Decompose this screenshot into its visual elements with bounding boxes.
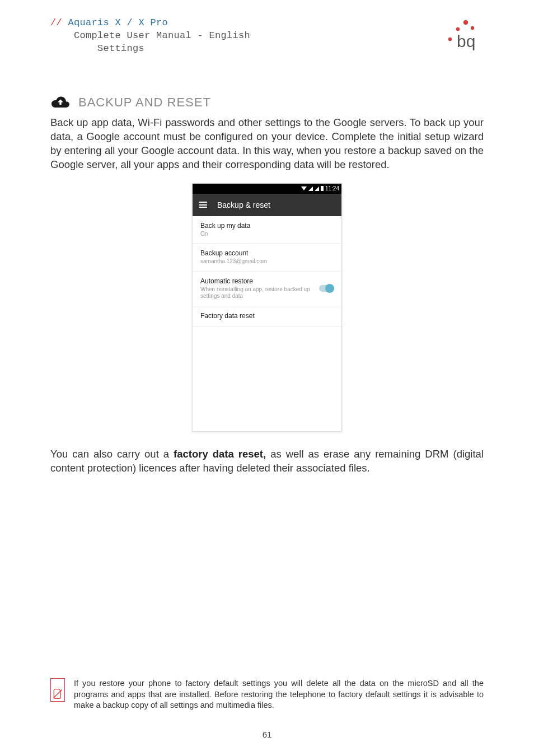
- warning-icon-box: [50, 678, 65, 702]
- header-line3: Settings: [97, 43, 484, 55]
- row-title: Automatic restore: [200, 277, 313, 286]
- dropdown-icon: [301, 186, 307, 190]
- phone-screenshot: 11:24 Backup & reset Back up my data On …: [192, 183, 342, 432]
- row-title: Factory data reset: [200, 312, 334, 321]
- warning-text: If you restore your phone to factory def…: [74, 678, 484, 711]
- svg-point-1: [456, 27, 460, 31]
- text-bold: factory data reset,: [174, 448, 266, 460]
- text-fragment: You can also carry out a: [50, 448, 174, 460]
- header-slashes: //: [50, 17, 62, 28]
- settings-list: Back up my data On Backup account samant…: [193, 216, 341, 431]
- hamburger-icon[interactable]: [199, 202, 207, 207]
- row-factory-reset[interactable]: Factory data reset: [193, 306, 341, 327]
- signal-icon: [308, 186, 313, 191]
- appbar-title: Backup & reset: [217, 200, 270, 209]
- header-line2: Complete User Manual - English: [74, 30, 484, 43]
- row-subtitle: When reinstalling an app, restore backed…: [200, 286, 313, 300]
- bq-logo: bq: [444, 17, 484, 53]
- battery-icon: [321, 186, 324, 191]
- warning-callout: If you restore your phone to factory def…: [50, 678, 484, 711]
- page-number: 61: [0, 730, 534, 739]
- status-time: 11:24: [325, 185, 339, 192]
- section-title: BACKUP AND RESET: [78, 95, 211, 110]
- toggle-switch[interactable]: [319, 285, 334, 292]
- row-title: Backup account: [200, 249, 334, 258]
- row-subtitle: samantha.123@gmail.com: [200, 258, 334, 265]
- signal-icon: [315, 186, 319, 191]
- svg-point-0: [448, 38, 452, 41]
- svg-text:bq: bq: [457, 32, 475, 50]
- svg-point-3: [471, 26, 474, 30]
- status-bar: 11:24: [193, 184, 341, 194]
- no-sd-icon: [52, 688, 63, 699]
- intro-paragraph: Back up app data, Wi-Fi passwords and ot…: [50, 116, 484, 172]
- row-backup-my-data[interactable]: Back up my data On: [193, 216, 341, 244]
- paragraph-factory-reset: You can also carry out a factory data re…: [50, 447, 484, 475]
- svg-point-2: [463, 20, 468, 25]
- cloud-upload-icon: [50, 95, 71, 110]
- row-subtitle: On: [200, 231, 334, 238]
- row-backup-account[interactable]: Backup account samantha.123@gmail.com: [193, 244, 341, 272]
- doc-header: // Aquaris X / X Pro Complete User Manua…: [50, 17, 484, 55]
- row-automatic-restore[interactable]: Automatic restore When reinstalling an a…: [193, 272, 341, 306]
- header-product-text: Aquaris X / X Pro: [68, 17, 168, 28]
- row-title: Back up my data: [200, 222, 334, 231]
- app-bar: Backup & reset: [193, 194, 341, 216]
